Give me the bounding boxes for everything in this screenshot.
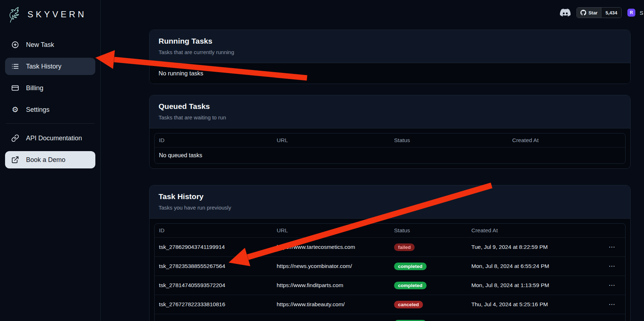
task-url: https://www.finditparts.com	[277, 282, 394, 289]
card-title: Running Tasks	[159, 37, 621, 45]
sidebar-divider	[6, 123, 95, 124]
row-actions-button[interactable]: ⋯	[596, 300, 625, 308]
task-created-at: Tue, Jul 9, 2024 at 8:22:59 PM	[471, 244, 596, 250]
card-subtitle: Tasks that are currently running	[159, 49, 621, 55]
task-id: tsk_276727822333810816	[155, 301, 277, 308]
column-header-created-at: Created At	[512, 137, 625, 144]
link-icon	[11, 134, 20, 142]
card-subtitle: Tasks that are waiting to run	[159, 114, 621, 120]
sidebar-item-label: Settings	[26, 106, 49, 114]
running-tasks-empty: No running tasks	[150, 63, 630, 84]
status-badge: completed	[394, 282, 427, 289]
table-row[interactable]: tsk_276727822333810816 https://www.tirab…	[155, 295, 625, 314]
credit-card-icon	[11, 84, 20, 92]
sidebar-item-label: Task History	[26, 63, 61, 70]
sidebar-item-label: New Task	[26, 41, 54, 49]
logo[interactable]: SKYVERN	[5, 5, 95, 24]
running-tasks-card: Running Tasks Tasks that are currently r…	[149, 30, 631, 84]
column-header-created-at: Created At	[471, 227, 596, 234]
row-actions-button[interactable]: ⋯	[596, 320, 625, 321]
task-id: tsk_278147405593572204	[155, 282, 277, 289]
row-actions-button[interactable]: ⋯	[596, 281, 625, 289]
column-header-url: URL	[277, 227, 394, 234]
row-actions-button[interactable]: ⋯	[596, 262, 625, 270]
row-actions-button[interactable]: ⋯	[596, 243, 625, 251]
task-url: https://www.tirabeauty.com/	[277, 301, 394, 308]
task-history-card: Task History Tasks you have run previous…	[149, 185, 631, 321]
card-title: Queued Tasks	[159, 102, 621, 111]
topbar: Star 5,434 R S	[560, 7, 643, 18]
github-icon	[580, 10, 586, 16]
github-star-button[interactable]: Star	[577, 8, 601, 18]
sidebar-item-settings[interactable]: ⚙ Settings	[5, 101, 95, 118]
github-star-widget[interactable]: Star 5,434	[576, 7, 622, 18]
card-subtitle: Tasks you have run previously	[159, 205, 621, 211]
task-created-at: Thu, Jul 4, 2024 at 5:25:16 PM	[471, 301, 596, 308]
username-partial: S	[640, 10, 643, 16]
list-icon	[11, 62, 20, 71]
plus-circle-icon	[11, 40, 20, 49]
content-column: Running Tasks Tasks that are currently r…	[101, 0, 644, 321]
status-badge: completed	[394, 263, 427, 270]
github-star-count[interactable]: 5,434	[601, 8, 621, 18]
table-row[interactable]: tsk_278147405593572204 https://www.findi…	[155, 276, 625, 295]
task-id: tsk_278629043741199914	[155, 244, 277, 250]
task-history-table: ID URL Status Created At tsk_27862904374…	[154, 223, 626, 321]
task-created-at: Mon, Jul 8, 2024 at 1:13:59 PM	[471, 282, 596, 289]
sidebar-item-label: Book a Demo	[26, 156, 65, 164]
table-header-row: ID URL Status Created At	[155, 133, 625, 147]
sidebar-item-new-task[interactable]: New Task	[5, 36, 95, 53]
sidebar-nav: New Task Task History Billing ⚙ Settings	[5, 36, 95, 168]
queued-tasks-table: ID URL Status Created At No queued tasks	[154, 133, 626, 164]
column-header-url: URL	[277, 137, 394, 144]
logo-text: SKYVERN	[27, 9, 87, 19]
main-content: Star 5,434 R S Running Tasks Tasks that …	[101, 0, 644, 321]
task-url: https://news.ycombinator.com/	[277, 263, 394, 269]
user-avatar[interactable]: R	[627, 9, 635, 17]
task-history-header: Task History Tasks you have run previous…	[150, 185, 630, 219]
sidebar-item-billing[interactable]: Billing	[5, 79, 95, 97]
task-id: tsk_278235388555267564	[155, 263, 277, 269]
task-url: https://www.tartecosmetics.com	[277, 244, 394, 250]
sidebar-item-label: Billing	[26, 84, 43, 92]
discord-icon[interactable]	[560, 8, 571, 17]
column-header-id: ID	[155, 227, 277, 234]
gear-icon: ⚙	[11, 105, 20, 114]
sidebar-item-label: API Documentation	[26, 135, 82, 142]
github-star-label: Star	[588, 10, 597, 16]
column-header-id: ID	[155, 137, 277, 144]
queued-tasks-header: Queued Tasks Tasks that are waiting to r…	[150, 95, 630, 128]
running-tasks-header: Running Tasks Tasks that are currently r…	[150, 30, 630, 63]
table-header-row: ID URL Status Created At	[155, 224, 625, 237]
skyvern-logo-icon	[7, 6, 24, 23]
table-row[interactable]: tsk_278235388555267564 https://news.ycom…	[155, 256, 625, 276]
sidebar-item-task-history[interactable]: Task History	[5, 58, 95, 75]
status-badge: completed	[394, 320, 427, 321]
book-a-demo-button[interactable]: Book a Demo	[5, 151, 95, 168]
queued-tasks-empty: No queued tasks	[155, 147, 625, 163]
table-row[interactable]: tsk_278629043741199914 https://www.tarte…	[155, 237, 625, 256]
status-badge: canceled	[394, 301, 423, 308]
sidebar: SKYVERN New Task Task History Billing	[0, 0, 101, 321]
column-header-status: Status	[394, 227, 471, 234]
queued-tasks-card: Queued Tasks Tasks that are waiting to r…	[149, 95, 631, 169]
sidebar-item-api-documentation[interactable]: API Documentation	[5, 129, 95, 147]
status-badge: failed	[394, 243, 415, 251]
table-row[interactable]: tsk_274180139292204058 https://www.geico…	[155, 314, 625, 321]
column-header-status: Status	[394, 137, 512, 144]
task-created-at: Mon, Jul 8, 2024 at 6:55:24 PM	[471, 263, 596, 269]
external-link-icon	[11, 155, 20, 164]
card-title: Task History	[159, 192, 621, 201]
app-root: SKYVERN New Task Task History Billing	[0, 0, 644, 321]
